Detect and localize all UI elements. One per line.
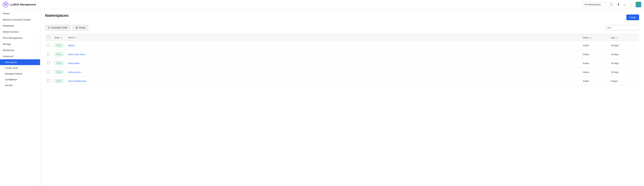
row-age: 10 days bbox=[609, 59, 630, 68]
row-actions: ⋮ bbox=[630, 50, 639, 59]
chevron-down-icon: ▾ bbox=[611, 3, 612, 6]
row-action-menu-button[interactable]: ⋮ bbox=[632, 43, 637, 48]
row-checkbox-cell bbox=[45, 59, 52, 68]
chevron-right-icon: › bbox=[36, 49, 37, 51]
state-column-header[interactable]: State ⇅ bbox=[52, 34, 66, 41]
namespace-link[interactable]: default bbox=[68, 44, 75, 47]
namespace-link[interactable]: kube-node-lease bbox=[68, 53, 85, 56]
sidebar-item-monitoring[interactable]: Monitoring › bbox=[0, 47, 40, 53]
table-row: Active kube-system Active 10 days ⋮ bbox=[45, 68, 639, 77]
sidebar-sub-item-namespace[interactable]: Namespace bbox=[0, 59, 40, 65]
sidebar-item-nodes[interactable]: Nodes bbox=[0, 10, 40, 16]
row-checkbox-cell bbox=[45, 50, 52, 59]
sidebar-item-notebooks[interactable]: Notebooks bbox=[0, 23, 40, 29]
age-text: 10 days bbox=[611, 71, 619, 73]
row-age: 10 days bbox=[609, 50, 630, 59]
logo-area: LLMOS Management bbox=[3, 2, 36, 7]
status-text: Active bbox=[583, 53, 589, 56]
row-name: kube-node-lease bbox=[66, 50, 581, 59]
app-title: LLMOS Management bbox=[10, 3, 36, 6]
download-icon: ⬇ bbox=[48, 26, 50, 29]
row-actions: ⋮ bbox=[630, 59, 639, 68]
sidebar-item-label: Advanced bbox=[3, 55, 34, 58]
table-row: Active default Active 10 days ⋮ bbox=[45, 41, 639, 50]
more-icon: ⋮ bbox=[629, 2, 632, 6]
sidebar-item-label: GPU Management bbox=[3, 37, 36, 39]
row-action-menu-button[interactable]: ⋮ bbox=[632, 52, 637, 56]
sidebar-sub-item-managed-addons[interactable]: Managed Addons bbox=[0, 71, 40, 77]
create-button[interactable]: Create bbox=[626, 14, 639, 20]
state-badge: Active bbox=[54, 70, 64, 74]
age-column-header[interactable]: Age ⇅ bbox=[609, 34, 630, 41]
delete-button[interactable]: 🗑 Delete bbox=[72, 25, 88, 30]
table-header: State ⇅ Name ⇅ Status ⇅ Age ⇅ bbox=[45, 34, 639, 41]
sidebar-sub-item-label: Secrets bbox=[5, 84, 12, 87]
upload-button[interactable]: ⬆ bbox=[616, 2, 620, 7]
sidebar-sub-item-configmaps[interactable]: ConfigMaps bbox=[0, 77, 40, 82]
sidebar-sub-item-label: ConfigMaps bbox=[5, 78, 17, 81]
row-checkbox[interactable] bbox=[47, 62, 50, 64]
age-text: 9 days bbox=[611, 80, 618, 82]
sidebar-sub-item-cluster-tools[interactable]: Cluster Tools bbox=[0, 65, 40, 71]
row-state: Active bbox=[52, 41, 66, 50]
sidebar-item-ml-clusters[interactable]: Machine Learning Clusters bbox=[0, 16, 40, 23]
state-badge: Active bbox=[54, 61, 64, 65]
main-content: Namespaces Create ⬇ Download YAML 🗑 Dele… bbox=[40, 9, 644, 186]
chevron-right-icon: › bbox=[36, 43, 37, 45]
search-icon: ⌕ bbox=[624, 2, 626, 6]
state-badge: Active bbox=[54, 79, 64, 83]
namespace-selector[interactable]: All Namespaces ▾ bbox=[582, 2, 614, 7]
chevron-right-icon: › bbox=[36, 37, 37, 39]
row-age: 10 days bbox=[609, 41, 630, 50]
row-checkbox[interactable] bbox=[47, 79, 50, 82]
sidebar-item-gpu-management[interactable]: GPU Management › bbox=[0, 35, 40, 41]
row-action-menu-button[interactable]: ⋮ bbox=[632, 70, 637, 74]
state-badge: Active bbox=[54, 52, 64, 56]
row-name: kube-public bbox=[66, 59, 581, 68]
namespace-link[interactable]: kube-system bbox=[68, 71, 81, 73]
sidebar-item-label: Storage bbox=[3, 43, 36, 45]
row-age: 9 days bbox=[609, 77, 630, 85]
namespaces-table: State ⇅ Name ⇅ Status ⇅ Age ⇅ bbox=[45, 34, 639, 85]
avatar[interactable] bbox=[636, 2, 641, 7]
row-action-menu-button[interactable]: ⋮ bbox=[632, 79, 637, 83]
age-text: 10 days bbox=[611, 62, 619, 65]
download-yaml-button[interactable]: ⬇ Download YAML bbox=[45, 25, 71, 30]
select-all-checkbox[interactable] bbox=[47, 36, 50, 38]
sidebar-item-advanced[interactable]: Advanced ⌄ bbox=[0, 53, 40, 59]
namespace-link[interactable]: llmos-dashboards bbox=[68, 80, 86, 82]
namespace-link[interactable]: kube-public bbox=[68, 62, 80, 65]
sidebar-item-storage[interactable]: Storage › bbox=[0, 41, 40, 47]
page-title: Namespaces bbox=[45, 13, 69, 18]
upload-icon: ⬆ bbox=[617, 2, 620, 6]
sidebar-sub-item-label: Cluster Tools bbox=[5, 67, 18, 69]
header: LLMOS Management All Namespaces ▾ ⬆ ⌕ ⋮ bbox=[0, 0, 644, 9]
row-name: kube-system bbox=[66, 68, 581, 77]
sidebar-item-model-services[interactable]: Model Services bbox=[0, 29, 40, 35]
filter-input[interactable] bbox=[604, 25, 639, 30]
more-menu-button[interactable]: ⋮ bbox=[629, 2, 633, 7]
row-status: Active bbox=[581, 77, 609, 85]
row-status: Active bbox=[581, 41, 609, 50]
row-action-menu-button[interactable]: ⋮ bbox=[632, 61, 637, 65]
sort-icon: ⇅ bbox=[590, 37, 592, 39]
row-checkbox[interactable] bbox=[47, 70, 50, 73]
row-actions: ⋮ bbox=[630, 41, 639, 50]
create-button-label: Create bbox=[629, 16, 636, 19]
delete-label: Delete bbox=[79, 26, 86, 29]
row-checkbox[interactable] bbox=[47, 53, 50, 55]
table-row: Active llmos-dashboards Active 9 days ⋮ bbox=[45, 77, 639, 85]
row-checkbox[interactable] bbox=[47, 44, 50, 46]
sidebar-item-label: Machine Learning Clusters bbox=[3, 18, 37, 21]
status-column-header[interactable]: Status ⇅ bbox=[581, 34, 609, 41]
sidebar-sub-item-secrets[interactable]: Secrets bbox=[0, 82, 40, 88]
status-text: Active bbox=[583, 62, 589, 65]
logo-icon bbox=[3, 2, 8, 7]
age-text: 10 days bbox=[611, 53, 619, 56]
sidebar: Nodes Machine Learning Clusters Notebook… bbox=[0, 9, 40, 186]
table-row: Active kube-public Active 10 days ⋮ bbox=[45, 59, 639, 68]
age-text: 10 days bbox=[611, 44, 619, 47]
name-column-header[interactable]: Name ⇅ bbox=[66, 34, 581, 41]
search-button[interactable]: ⌕ bbox=[623, 2, 626, 7]
row-checkbox-cell bbox=[45, 68, 52, 77]
